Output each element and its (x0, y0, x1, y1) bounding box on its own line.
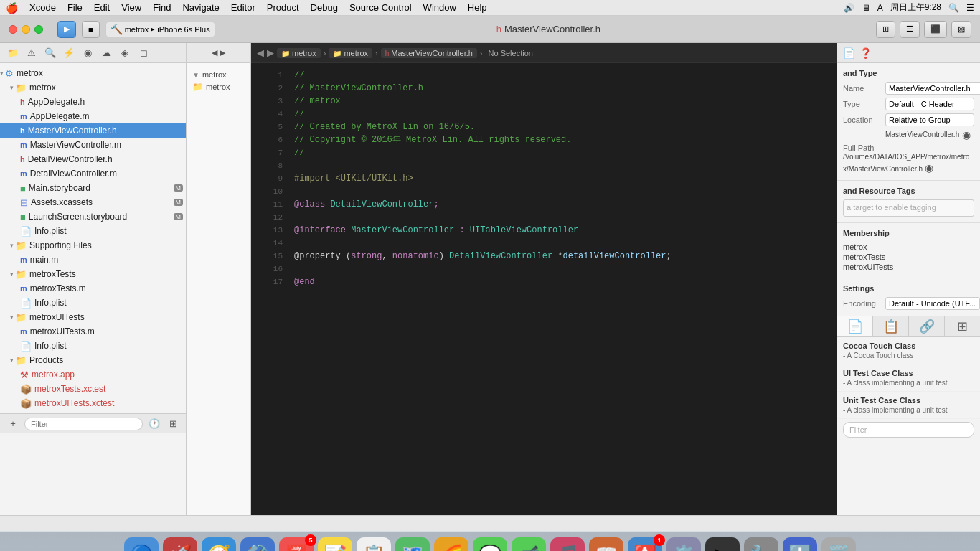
jump-item-metrox-folder[interactable]: 📁 metrox (192, 80, 245, 93)
tree-item-metroxTests-group[interactable]: ▾📁metroxTests (0, 267, 186, 281)
tree-item-metroxUITests-xctest[interactable]: 📦metroxUITests.xctest (0, 396, 186, 410)
tree-item-metroxUITests-group[interactable]: ▾📁metroxUITests (0, 310, 186, 324)
dock-item-xcode-tools[interactable]: 🔧 (744, 537, 778, 551)
breadcrumb-file[interactable]: h MasterViewController.h (381, 48, 477, 58)
menu-file[interactable]: File (67, 2, 83, 13)
navigator-toggle[interactable]: ☰ (900, 21, 920, 38)
tree-item-metroxTests-xctest[interactable]: 📦metroxTests.xctest (0, 382, 186, 396)
menu-product[interactable]: Product (267, 2, 299, 13)
code-editor[interactable]: 1//2// MasterViewController.h3// metrox4… (251, 63, 837, 515)
menu-find[interactable]: Find (153, 2, 171, 13)
menu-debug[interactable]: Debug (311, 2, 338, 13)
dock-item-prefs[interactable]: ⚙️ (666, 537, 701, 551)
dock-item-reminders[interactable]: 📋 (357, 537, 391, 551)
dock-item-xcode-dock[interactable]: ⚒️ (240, 537, 275, 551)
tree-item-LaunchScreen-storyboard[interactable]: ■LaunchScreen.storyboardM (0, 209, 186, 224)
tree-item-products-group[interactable]: ▾📁Products (0, 353, 186, 367)
nav-folder-btn[interactable]: 📁 (6, 46, 20, 60)
nav-grid-btn[interactable]: ⊞ (166, 417, 180, 431)
tree-item-MasterViewController-m[interactable]: mMasterViewController.m (0, 138, 186, 152)
nav-test-btn[interactable]: ◉ (80, 46, 95, 60)
stop-button[interactable]: ■ (82, 21, 100, 38)
breadcrumb-metrox-icon[interactable]: 📁 metrox (277, 48, 321, 58)
menu-view[interactable]: View (121, 2, 141, 13)
menu-icon[interactable]: ☰ (966, 3, 974, 13)
menu-window[interactable]: Window (423, 2, 456, 13)
menu-navigate[interactable]: Navigate (182, 2, 219, 13)
reveal-path-btn[interactable]: ◉ (962, 129, 971, 141)
scheme-selector[interactable]: 🔨 metrox ▸ iPhone 6s Plus (105, 22, 215, 37)
maximize-button[interactable] (34, 25, 43, 34)
tree-item-DetailViewController-h[interactable]: hDetailViewController.h (0, 152, 186, 166)
tree-item-AppDelegate-h[interactable]: hAppDelegate.h (0, 95, 186, 109)
encoding-select[interactable]: Default - Unicode (UTF... (885, 297, 980, 310)
menu-editor[interactable]: Editor (231, 2, 255, 13)
tree-item-metrox-root[interactable]: ▾⚙metrox (0, 66, 186, 80)
dock-item-messages[interactable]: 💬 (473, 537, 507, 551)
dock-item-rocket[interactable]: 🚀 (163, 537, 197, 551)
debug-toggle[interactable]: ⬛ (924, 21, 947, 38)
type-select[interactable]: Default - C Header (885, 98, 974, 110)
nav-search-btn[interactable]: 🔍 (43, 46, 57, 60)
dock-item-downloader[interactable]: ⬇️ (783, 537, 817, 551)
nav-report-btn[interactable]: ◻ (136, 46, 151, 60)
inspector-filter[interactable]: Filter (843, 422, 974, 438)
tree-item-metrox-group[interactable]: ▾📁metrox (0, 80, 186, 95)
apple-menu[interactable]: 🍎 (6, 2, 18, 14)
insp-help-btn[interactable]: ❓ (859, 47, 872, 59)
insp-tab-quick[interactable]: 📋 (873, 316, 909, 336)
breadcrumb-selection[interactable]: No Selection (486, 48, 536, 58)
insp-tab-grid[interactable]: ⊞ (945, 316, 980, 336)
dock-item-maps[interactable]: 🗺️ (395, 537, 430, 551)
dock-item-safari[interactable]: 🧭 (202, 537, 236, 551)
breadcrumb-metrox-folder[interactable]: 📁 metrox (329, 48, 372, 58)
tree-item-DetailViewController-m[interactable]: mDetailViewController.m (0, 166, 186, 181)
close-button[interactable] (9, 25, 17, 34)
editor-back-btn[interactable]: ◀ (257, 47, 264, 58)
tree-item-MasterViewController-h[interactable]: hMasterViewController.h (0, 123, 186, 138)
dock-item-appstore[interactable]: 🅰️1 (628, 537, 662, 551)
dock-item-calendar[interactable]: 📅5 (279, 537, 314, 551)
search-icon[interactable]: 🔍 (948, 3, 959, 13)
name-input[interactable] (885, 82, 980, 95)
jump-item-metrox-project[interactable]: ▼ metrox (192, 69, 245, 80)
tree-item-supporting-files[interactable]: ▾📁Supporting Files (0, 238, 186, 253)
tree-item-metroxUITests-plist[interactable]: 📄Info.plist (0, 339, 186, 353)
tree-item-AppDelegate-m[interactable]: mAppDelegate.m (0, 109, 186, 123)
minimize-button[interactable] (22, 25, 30, 34)
nav-debug-btn[interactable]: ☁ (99, 46, 113, 60)
tree-item-Main-storyboard[interactable]: ■Main.storyboardM (0, 181, 186, 195)
resource-tags-input[interactable]: a target to enable tagging (843, 199, 974, 217)
dock-item-books[interactable]: 📖 (589, 537, 623, 551)
insp-tab-file[interactable]: 📄 (837, 316, 873, 336)
menu-edit[interactable]: Edit (94, 2, 110, 13)
nav-issue-btn[interactable]: ⚡ (62, 46, 76, 60)
tree-item-metroxTests-plist[interactable]: 📄Info.plist (0, 296, 186, 310)
reveal-full-path-btn[interactable]: ◉ (925, 162, 933, 174)
inspector-toggle[interactable]: ▨ (951, 21, 971, 38)
dock-item-notes[interactable]: 📝 (318, 537, 352, 551)
editor-layout-btn[interactable]: ⊞ (876, 21, 895, 38)
dock-item-finder[interactable]: 🔵 (124, 537, 159, 551)
tree-item-metroxTests-m[interactable]: mmetroxTests.m (0, 281, 186, 296)
insp-tab-link[interactable]: 🔗 (909, 316, 945, 336)
menu-help[interactable]: Help (468, 2, 487, 13)
dock-item-facetime[interactable]: 📹 (512, 537, 546, 551)
add-file-button[interactable]: + (6, 417, 20, 431)
dock-item-quicktime[interactable]: ▶ (705, 537, 740, 551)
tree-item-metroxUITests-m[interactable]: mmetroxUITests.m (0, 324, 186, 339)
dock-item-photos[interactable]: 🌈 (434, 537, 468, 551)
run-button[interactable]: ▶ (57, 21, 76, 38)
filter-input[interactable] (24, 418, 143, 430)
editor-forward-btn[interactable]: ▶ (267, 47, 274, 58)
location-select[interactable]: Relative to Group (885, 113, 974, 126)
nav-breakpoint-btn[interactable]: ◈ (118, 46, 132, 60)
tree-item-Assets-xcassets[interactable]: ⊞Assets.xcassetsM (0, 195, 186, 209)
insp-file-btn[interactable]: 📄 (843, 47, 855, 59)
dock-item-trash[interactable]: 🗑️ (821, 537, 856, 551)
dock-item-music[interactable]: 🎵 (550, 537, 585, 551)
nav-source-btn[interactable]: ⚠ (24, 46, 39, 60)
tree-item-metrox-app[interactable]: ⚒metrox.app (0, 367, 186, 382)
nav-clock-btn[interactable]: 🕐 (147, 417, 161, 431)
tree-item-Info-plist[interactable]: 📄Info.plist (0, 224, 186, 238)
